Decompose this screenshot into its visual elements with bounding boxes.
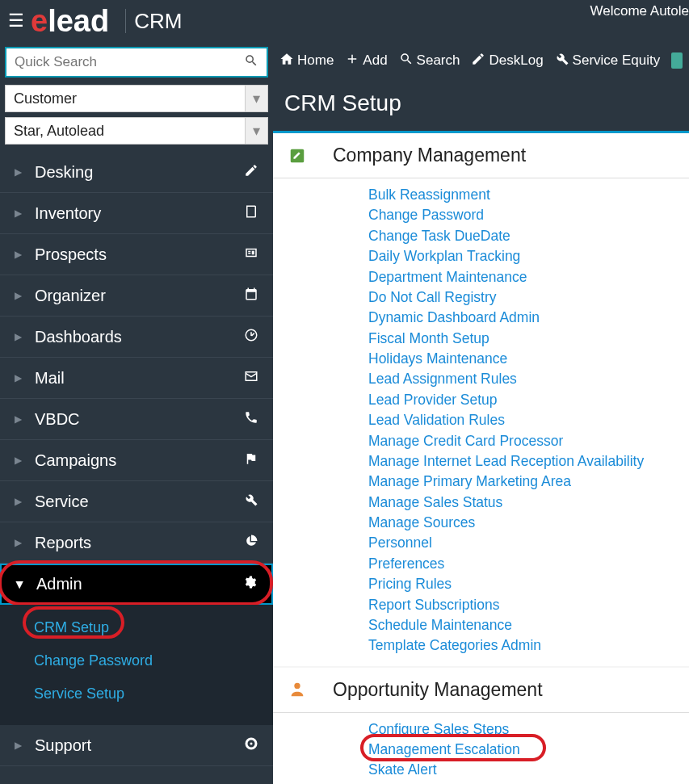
sidebar-item-admin[interactable]: ▶ Admin bbox=[0, 564, 273, 605]
gauge-icon bbox=[244, 328, 258, 346]
section-header: Opportunity Management bbox=[273, 668, 689, 713]
chevron-right-icon: ▶ bbox=[15, 740, 22, 751]
main: Home Add Search DeskLog bbox=[273, 42, 689, 784]
link-item[interactable]: Manage Internet Lead Reception Availabil… bbox=[368, 451, 689, 472]
sidebar-item-label: Campaigns bbox=[35, 451, 244, 470]
sidebar-item-vbdc[interactable]: ▶ VBDC bbox=[0, 399, 273, 440]
sidebar-item-label: Inventory bbox=[35, 204, 244, 223]
customer-dropdown[interactable]: Customer ▾ bbox=[5, 85, 268, 112]
toolbar-home[interactable]: Home bbox=[279, 52, 334, 69]
chevron-right-icon: ▶ bbox=[15, 208, 22, 219]
sidebar-item-prospects[interactable]: ▶ Prospects bbox=[0, 234, 273, 275]
wrench-icon bbox=[555, 52, 569, 69]
sidebar-item-label: Dashboards bbox=[35, 328, 244, 346]
page-title: CRM Setup bbox=[284, 90, 678, 116]
link-item[interactable]: Holidays Maintenance bbox=[368, 349, 689, 369]
link-item[interactable]: Lead Provider Setup bbox=[368, 390, 689, 410]
link-item[interactable]: Preferences bbox=[368, 554, 689, 574]
sidebar: Customer ▾ Star, Autolead ▾ ▶ Desking ▶ … bbox=[0, 42, 273, 784]
sidebar-item-inventory[interactable]: ▶ Inventory bbox=[0, 193, 273, 234]
star-dropdown[interactable]: Star, Autolead ▾ bbox=[5, 117, 268, 145]
toolbar-desklog[interactable]: DeskLog bbox=[471, 52, 543, 69]
toolbar-label: Home bbox=[297, 52, 334, 69]
pencil-icon bbox=[471, 52, 485, 69]
link-item[interactable]: Change Password bbox=[368, 205, 689, 225]
link-item[interactable]: Report Subscriptions bbox=[368, 595, 689, 615]
link-item[interactable]: Templates bbox=[368, 781, 689, 784]
logo-lead: lead bbox=[48, 4, 109, 39]
link-item[interactable]: Department Maintenance bbox=[368, 267, 689, 287]
company-links: Bulk Reassignment Change Password Change… bbox=[273, 178, 689, 666]
sidebar-item-dashboards[interactable]: ▶ Dashboards bbox=[0, 317, 273, 358]
section-header: Company Management bbox=[273, 133, 689, 178]
chevron-right-icon: ▶ bbox=[15, 496, 22, 507]
link-item-management-escalation[interactable]: Management Escalation bbox=[368, 740, 689, 760]
chevron-right-icon: ▶ bbox=[15, 413, 22, 425]
link-item[interactable]: Change Task DueDate bbox=[368, 226, 689, 246]
hamburger-icon[interactable]: ☰ bbox=[8, 10, 24, 31]
search-icon bbox=[399, 52, 414, 69]
link-item[interactable]: Manage Credit Card Processor bbox=[368, 431, 689, 451]
link-item[interactable]: Manage Primary Marketing Area bbox=[368, 472, 689, 492]
person-icon bbox=[288, 680, 307, 699]
book-icon bbox=[244, 204, 258, 223]
mail-icon bbox=[244, 369, 258, 388]
subnav-crm-setup[interactable]: CRM Setup bbox=[0, 611, 273, 644]
link-item[interactable]: Daily Workplan Tracking bbox=[368, 246, 689, 266]
link-item[interactable]: Skate Alert bbox=[368, 760, 689, 780]
logo[interactable]: e lead bbox=[31, 4, 109, 39]
gears-icon bbox=[242, 575, 257, 593]
sidebar-item-label: Reports bbox=[35, 534, 244, 552]
sidebar-item-service[interactable]: ▶ Service bbox=[0, 481, 273, 522]
link-item[interactable]: Template Categories Admin bbox=[368, 635, 689, 656]
quick-search[interactable] bbox=[5, 47, 268, 78]
logo-e: e bbox=[31, 4, 48, 39]
topbar: ☰ e lead CRM Welcome Autole bbox=[0, 0, 689, 42]
link-item[interactable]: Configure Sales Steps bbox=[368, 719, 689, 740]
link-item[interactable]: Manage Sources bbox=[368, 513, 689, 533]
edit-note-icon bbox=[288, 146, 307, 166]
pencil-icon bbox=[244, 163, 258, 182]
sidebar-item-label: Organizer bbox=[35, 287, 244, 305]
subnav-service-setup[interactable]: Service Setup bbox=[0, 677, 273, 711]
toolbar-add[interactable]: Add bbox=[345, 52, 387, 69]
life-ring-icon bbox=[244, 736, 258, 755]
link-item[interactable]: Schedule Maintenance bbox=[368, 615, 689, 635]
status-indicator-icon[interactable] bbox=[671, 52, 683, 69]
search-input[interactable] bbox=[6, 54, 236, 70]
chevron-right-icon: ▶ bbox=[15, 331, 22, 342]
link-item[interactable]: Bulk Reassignment bbox=[368, 185, 689, 205]
link-item[interactable]: Lead Assignment Rules bbox=[368, 369, 689, 389]
link-item[interactable]: Do Not Call Registry bbox=[368, 287, 689, 308]
subnav-change-password[interactable]: Change Password bbox=[0, 644, 273, 677]
link-item[interactable]: Fiscal Month Setup bbox=[368, 329, 689, 349]
link-item[interactable]: Lead Validation Rules bbox=[368, 410, 689, 430]
search-icon[interactable] bbox=[236, 53, 267, 72]
chevron-right-icon: ▶ bbox=[15, 537, 22, 548]
link-item[interactable]: Manage Sales Status bbox=[368, 493, 689, 513]
sidebar-item-desking[interactable]: ▶ Desking bbox=[0, 152, 273, 193]
sidebar-item-organizer[interactable]: ▶ Organizer bbox=[0, 275, 273, 317]
flag-icon bbox=[244, 451, 258, 470]
dropdown-value: Customer bbox=[14, 90, 77, 107]
chevron-down-icon: ▶ bbox=[15, 581, 26, 588]
chevron-right-icon: ▶ bbox=[15, 166, 22, 178]
link-item[interactable]: Pricing Rules bbox=[368, 574, 689, 594]
sidebar-item-reports[interactable]: ▶ Reports bbox=[0, 522, 273, 564]
page-title-bar: CRM Setup bbox=[273, 79, 689, 133]
section-title: Company Management bbox=[333, 145, 526, 166]
chevron-down-icon: ▾ bbox=[245, 118, 267, 144]
link-item[interactable]: Personnel bbox=[368, 533, 689, 553]
sidebar-item-label: Admin bbox=[36, 575, 242, 593]
sidebar-item-label: Desking bbox=[35, 163, 244, 182]
dropdown-value: Star, Autolead bbox=[14, 123, 104, 140]
sidebar-item-support[interactable]: ▶ Support bbox=[0, 725, 273, 766]
toolbar-service-equity[interactable]: Service Equity bbox=[555, 52, 661, 69]
sidebar-item-mail[interactable]: ▶ Mail bbox=[0, 358, 273, 399]
chevron-down-icon: ▾ bbox=[245, 86, 267, 111]
link-item[interactable]: Dynamic Dashboard Admin bbox=[368, 308, 689, 328]
toolbar-label: Search bbox=[417, 52, 460, 69]
id-card-icon bbox=[244, 245, 258, 264]
sidebar-item-campaigns[interactable]: ▶ Campaigns bbox=[0, 440, 273, 481]
toolbar-search[interactable]: Search bbox=[399, 52, 460, 69]
